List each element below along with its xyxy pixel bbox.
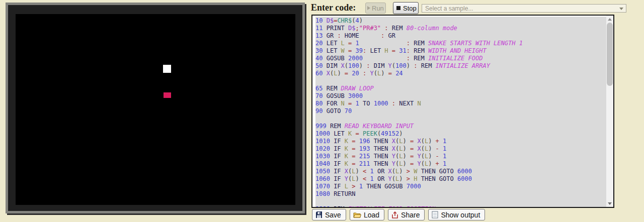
code-line: 13 GR : HOME : GR bbox=[315, 32, 602, 40]
scrollbar-up-button[interactable] bbox=[606, 16, 613, 23]
code-line bbox=[315, 77, 602, 85]
show-output-button[interactable]: Show output bbox=[428, 209, 485, 220]
save-button-label: Save bbox=[325, 211, 341, 219]
code-line: 60 X(L) = 20 : Y(L) = 24 bbox=[315, 70, 602, 77]
chevron-down-icon bbox=[619, 8, 623, 10]
show-output-button-label: Show output bbox=[441, 211, 480, 219]
food-pixel bbox=[164, 92, 171, 98]
enter-code-label: Enter code: bbox=[311, 3, 356, 13]
save-button[interactable]: Save bbox=[312, 209, 346, 220]
stop-button-label: Stop bbox=[403, 5, 417, 12]
code-line: 90 GOTO 70 bbox=[315, 107, 602, 115]
share-icon bbox=[391, 211, 398, 218]
scroll-down-icon bbox=[608, 202, 612, 205]
run-button-label: Run bbox=[372, 5, 384, 12]
load-button[interactable]: Load bbox=[350, 209, 384, 220]
code-line: 1070 IF L > 1 THEN GOSUB 7000 bbox=[315, 183, 602, 190]
code-line: 10 D$=CHR$(4) bbox=[315, 17, 602, 25]
scrollbar-down-button[interactable] bbox=[606, 200, 613, 207]
editor-actions: Save Load Share Show output bbox=[312, 209, 485, 220]
sample-select-value: Select a sample... bbox=[425, 5, 473, 12]
run-button[interactable]: Run bbox=[365, 3, 386, 14]
snake-pixel bbox=[163, 65, 171, 73]
code-line: 40 GOSUB 2000 : REM INITIALIZE FOOD bbox=[315, 55, 602, 62]
code-line: 1040 IF K = 211 THEN Y(L) = Y(L) + 1 bbox=[315, 160, 602, 168]
folder-open-icon bbox=[353, 211, 361, 218]
floppy-disk-icon bbox=[315, 211, 323, 218]
apple2-screen bbox=[16, 14, 295, 205]
share-button-label: Share bbox=[401, 211, 420, 219]
scrollbar-thumb[interactable] bbox=[607, 23, 613, 86]
sample-select[interactable]: Select a sample... bbox=[422, 4, 626, 13]
code-line: 50 DIM X(100) : DIM Y(100) : REM INTIALI… bbox=[315, 62, 602, 70]
code-line bbox=[315, 198, 602, 205]
code-line: 1050 IF X(L) < 1 OR X(L) > W THEN GOTO 6… bbox=[315, 168, 602, 175]
code-line: 999 REM READ KEYBOARD INPUT bbox=[315, 123, 602, 130]
code-line: 1080 RETURN bbox=[315, 190, 602, 198]
scroll-up-icon bbox=[608, 18, 612, 21]
code-line: 70 GOSUB 3000 bbox=[315, 92, 602, 100]
code-line: 20 LET L = 1 : REM SNAKE STARTS WITH LEN… bbox=[315, 40, 602, 47]
code-line bbox=[315, 115, 602, 123]
code-line: 1010 IF K = 196 THEN X(L) = X(L) + 1 bbox=[315, 138, 602, 145]
code-line: 1999 REM INITIALIZE FOOD POSITION bbox=[315, 205, 602, 208]
stop-button[interactable]: Stop bbox=[393, 2, 419, 14]
editor-scrollbar[interactable] bbox=[606, 16, 613, 207]
code-editor[interactable]: 10 D$=CHR$(4)11 PRINT D$;"PR#3" : REM 80… bbox=[311, 15, 614, 208]
code-line: 11 PRINT D$;"PR#3" : REM 80-column mode bbox=[315, 25, 602, 32]
load-button-label: Load bbox=[364, 211, 379, 219]
code-line: 1000 LET K = PEEK(49152) bbox=[315, 130, 602, 138]
output-document-icon bbox=[432, 211, 438, 218]
code-line: 1060 IF Y(L) < 1 OR Y(L) > H THEN GOTO 6… bbox=[315, 175, 602, 183]
code-line: 65 REM DRAW LOOP bbox=[315, 85, 602, 92]
apple2-display-bezel bbox=[6, 3, 305, 213]
code-line: 30 LET W = 39: LET H = 31: REM WIDTH AND… bbox=[315, 47, 602, 55]
code-line: 1020 IF K = 193 THEN X(L) = X(L) - 1 bbox=[315, 145, 602, 153]
share-button[interactable]: Share bbox=[388, 209, 425, 220]
stop-icon bbox=[396, 6, 400, 10]
play-icon bbox=[367, 6, 370, 10]
code-line: 1030 IF K = 215 THEN Y(L) = Y(L) - 1 bbox=[315, 153, 602, 160]
code-content[interactable]: 10 D$=CHR$(4)11 PRINT D$;"PR#3" : REM 80… bbox=[315, 17, 602, 208]
code-line: 80 FOR N = 1 TO 1000 : NEXT N bbox=[315, 100, 602, 107]
